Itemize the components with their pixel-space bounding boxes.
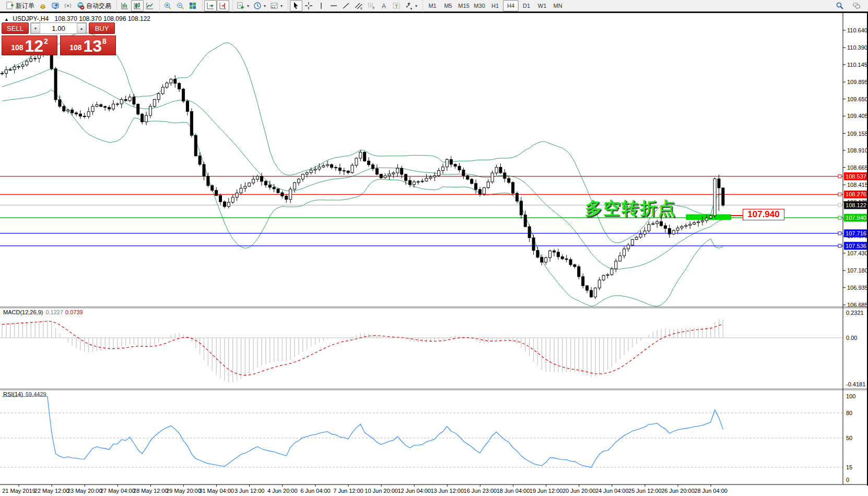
fibonacci-button[interactable]: F bbox=[365, 0, 378, 11]
sell-button[interactable]: SELL bbox=[2, 22, 29, 34]
signal-icon bbox=[64, 2, 72, 10]
tile-windows-button[interactable] bbox=[186, 0, 199, 11]
bar-chart-icon bbox=[121, 2, 129, 10]
gold-stack-icon bbox=[39, 2, 47, 10]
svg-text:110.145: 110.145 bbox=[847, 62, 867, 68]
ask-price-main: 108 bbox=[69, 43, 81, 52]
cursor-button[interactable] bbox=[290, 0, 302, 11]
svg-text:107.180: 107.180 bbox=[847, 267, 868, 274]
toolbar-group-trading: 新订单 自动交易 bbox=[2, 0, 115, 12]
zoom-in-icon bbox=[163, 2, 172, 10]
timeframe-button-MN[interactable]: MN bbox=[550, 0, 566, 11]
svg-text:20 Jun 20:00: 20 Jun 20:00 bbox=[562, 488, 596, 494]
chart-shift-button[interactable] bbox=[217, 0, 229, 11]
timeframe-button-W1[interactable]: W1 bbox=[534, 0, 550, 11]
line-chart-button[interactable] bbox=[144, 0, 156, 11]
text-label-icon: T bbox=[392, 2, 401, 10]
price-chart-canvas[interactable]: 110.640110.390110.145109.895109.650109.4… bbox=[0, 13, 868, 494]
fibonacci-icon: F bbox=[367, 2, 376, 10]
timeframe-button-M30[interactable]: M30 bbox=[472, 0, 487, 11]
price-callout[interactable]: 107.940 bbox=[743, 209, 784, 220]
crosshair-icon bbox=[304, 2, 313, 10]
periods-caret: ▾ bbox=[264, 4, 266, 8]
timeframe-button-H4[interactable]: H4 bbox=[503, 0, 519, 11]
collapse-icon[interactable]: ▲ bbox=[4, 17, 9, 22]
search-button[interactable] bbox=[834, 0, 846, 11]
svg-text:19 Jun 12:00: 19 Jun 12:00 bbox=[530, 488, 563, 494]
svg-text:29 May 20:00: 29 May 20:00 bbox=[166, 488, 201, 494]
svg-text:6 Jun 04:00: 6 Jun 04:00 bbox=[300, 488, 331, 494]
clock-icon bbox=[253, 2, 262, 10]
macd-main-value: 0.1227 bbox=[45, 309, 63, 315]
svg-text:108.415: 108.415 bbox=[847, 182, 868, 188]
auto-scroll-button[interactable] bbox=[204, 0, 217, 11]
candlestick-chart-button[interactable] bbox=[131, 0, 144, 11]
timeframe-button-M1[interactable]: M1 bbox=[425, 0, 440, 11]
zoom-out-icon bbox=[176, 2, 184, 10]
svg-text:-0.4181: -0.4181 bbox=[846, 381, 865, 387]
toolbar-group-drawing: E F A T ▾ bbox=[288, 0, 421, 12]
timeframe-button-M15[interactable]: M15 bbox=[456, 0, 472, 11]
trendline-icon bbox=[342, 2, 350, 10]
chat-button[interactable] bbox=[850, 0, 863, 11]
history-center-button[interactable] bbox=[37, 0, 49, 11]
svg-text:109.155: 109.155 bbox=[847, 131, 868, 137]
trendline-button[interactable] bbox=[340, 0, 353, 11]
volume-increase-button[interactable]: ▲ bbox=[77, 23, 86, 33]
macd-signal-value: 0.0739 bbox=[65, 309, 83, 315]
zoom-out-button[interactable] bbox=[174, 0, 186, 11]
channel-icon: E bbox=[355, 2, 363, 10]
toolbar-right-icons bbox=[834, 0, 866, 11]
templates-caret: ▾ bbox=[280, 4, 283, 8]
equidistant-channel-button[interactable]: E bbox=[353, 0, 365, 11]
market-watch-button[interactable] bbox=[49, 0, 62, 11]
text-button[interactable]: A bbox=[378, 0, 390, 11]
indicators-icon bbox=[237, 2, 245, 10]
toolbar: 新订单 自动交易 bbox=[0, 0, 868, 13]
svg-text:21 May 2019: 21 May 2019 bbox=[2, 488, 36, 494]
horizontal-line-button[interactable] bbox=[327, 0, 340, 11]
svg-text:28 Jun 04:00: 28 Jun 04:00 bbox=[694, 488, 728, 494]
svg-text:13 Jun 12:00: 13 Jun 12:00 bbox=[430, 488, 464, 494]
svg-text:10 Jun 20:00: 10 Jun 20:00 bbox=[365, 488, 398, 494]
text-label-button[interactable]: T bbox=[390, 0, 403, 11]
new-order-icon bbox=[6, 2, 14, 10]
auto-trading-label: 自动交易 bbox=[86, 2, 111, 10]
svg-text:27 May 04:00: 27 May 04:00 bbox=[100, 488, 135, 494]
svg-text:108.665: 108.665 bbox=[847, 164, 868, 171]
signals-button[interactable] bbox=[62, 0, 74, 11]
bid-price-main: 108 bbox=[11, 43, 23, 52]
macd-label: MACD(12,26,9)0.12270.0739 bbox=[3, 309, 83, 315]
periods-button[interactable]: ▾ bbox=[251, 0, 268, 11]
svg-text:3 Jun 12:00: 3 Jun 12:00 bbox=[234, 488, 265, 494]
ask-price-box[interactable]: 108 13 8 bbox=[60, 36, 116, 55]
svg-text:80: 80 bbox=[846, 410, 852, 416]
bid-price-sup: 2 bbox=[44, 37, 48, 45]
arrows-button[interactable]: ▾ bbox=[403, 0, 419, 11]
svg-text:108.910: 108.910 bbox=[847, 147, 868, 153]
templates-button[interactable]: ▾ bbox=[268, 0, 285, 11]
bid-price-box[interactable]: 108 12 2 bbox=[2, 36, 57, 55]
crosshair-button[interactable] bbox=[302, 0, 315, 11]
toolbar-group-scroll bbox=[202, 0, 231, 12]
indicators-button[interactable]: ▾ bbox=[234, 0, 251, 11]
new-order-button[interactable]: 新订单 bbox=[4, 0, 37, 11]
buy-button[interactable]: BUY bbox=[89, 22, 115, 34]
ask-price-big: 13 bbox=[83, 38, 102, 54]
chart-window: 110.640110.390110.145109.895109.650109.4… bbox=[0, 13, 868, 494]
timeframe-button-H1[interactable]: H1 bbox=[487, 0, 503, 11]
zoom-in-button[interactable] bbox=[161, 0, 174, 11]
candlestick-icon bbox=[133, 2, 142, 10]
rsi-name: RSI(14) bbox=[3, 391, 23, 397]
volume-input[interactable] bbox=[40, 23, 77, 33]
timeframe-button-D1[interactable]: D1 bbox=[519, 0, 534, 11]
svg-text:108.122: 108.122 bbox=[846, 202, 866, 208]
timeframe-button-M5[interactable]: M5 bbox=[440, 0, 456, 11]
svg-text:4 Jun 20:00: 4 Jun 20:00 bbox=[267, 488, 298, 494]
auto-trading-button[interactable]: 自动交易 bbox=[74, 0, 113, 11]
bar-chart-button[interactable] bbox=[119, 0, 131, 11]
vertical-line-button[interactable] bbox=[315, 0, 327, 11]
toolbar-group-zoom bbox=[159, 0, 201, 12]
svg-text:16 Jun 23:00: 16 Jun 23:00 bbox=[464, 488, 497, 494]
volume-decrease-button[interactable]: ▼ bbox=[31, 23, 40, 33]
